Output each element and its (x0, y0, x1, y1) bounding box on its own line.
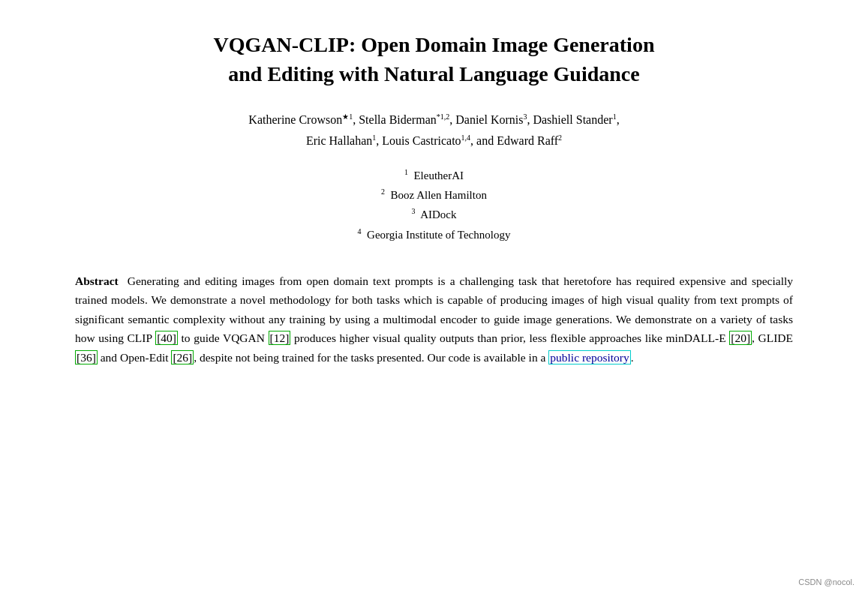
title-section: VQGAN-CLIP: Open Domain Image Generation… (75, 30, 793, 88)
affiliations-section: 1 EleutherAI 2 Booz Allen Hamilton 3 AID… (75, 166, 793, 244)
public-repo-link[interactable]: public repository (548, 350, 630, 364)
abstract-paragraph: Abstract Generating and editing images f… (75, 272, 793, 368)
affiliation-1: 1 EleutherAI (75, 166, 793, 185)
abstract-ending: . (631, 351, 634, 364)
main-title: VQGAN-CLIP: Open Domain Image Generation… (75, 30, 793, 88)
page-container: VQGAN-CLIP: Open Domain Image Generation… (0, 0, 868, 597)
title-line1: VQGAN-CLIP: Open Domain Image Generation (214, 33, 655, 56)
cite-40[interactable]: [40] (155, 331, 178, 345)
watermark: CSDN @nocol. (798, 578, 854, 586)
abstract-section: Abstract Generating and editing images f… (75, 272, 793, 368)
cite-12[interactable]: [12] (269, 331, 291, 345)
affiliation-4: 4 Georgia Institute of Technology (75, 225, 793, 244)
authors-line1: Katherine Crowson★1, Stella Biderman*1,2… (75, 110, 793, 130)
cite-36[interactable]: [36] (75, 350, 98, 364)
cite-26[interactable]: [26] (171, 350, 194, 364)
authors-section: Katherine Crowson★1, Stella Biderman*1,2… (75, 110, 793, 150)
title-line2: and Editing with Natural Language Guidan… (228, 62, 639, 86)
cite-20[interactable]: [20] (729, 331, 752, 345)
abstract-label: Abstract (75, 274, 119, 287)
authors-line2: Eric Hallahan1, Louis Castricato1,4, and… (75, 130, 793, 151)
affiliation-3: 3 AIDock (75, 205, 793, 224)
affiliation-2: 2 Booz Allen Hamilton (75, 185, 793, 205)
